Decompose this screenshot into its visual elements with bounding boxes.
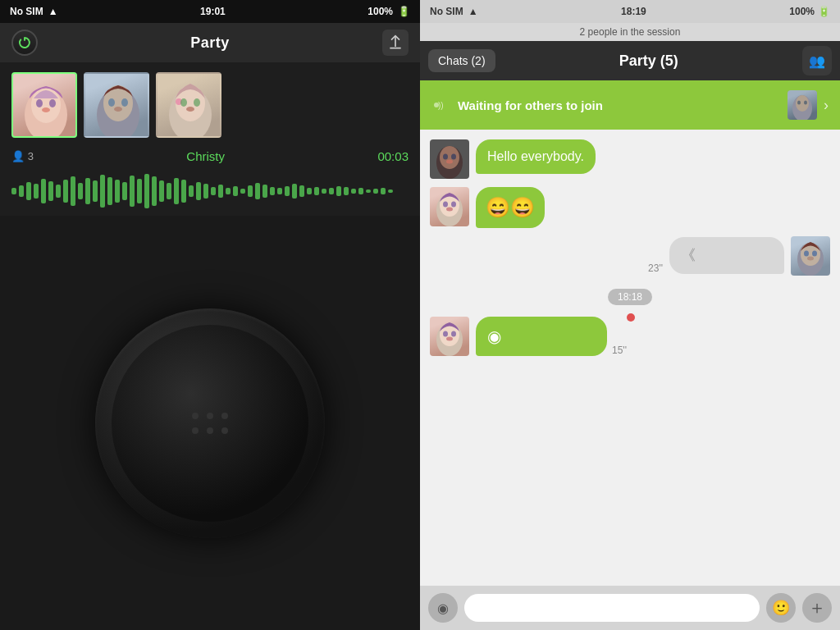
audio-wave-icon: )) xyxy=(431,95,451,115)
emoji-button[interactable]: 🙂 xyxy=(766,593,796,623)
viz-bar xyxy=(85,178,90,204)
svg-point-34 xyxy=(804,250,809,256)
participant-3[interactable] xyxy=(156,72,221,138)
voice-send-icon: ◉ xyxy=(487,325,501,348)
right-wifi-icon: ▲ xyxy=(468,6,478,17)
viz-bar xyxy=(277,188,282,194)
svg-point-15 xyxy=(186,107,194,112)
input-bar: ◉ 🙂 ＋ xyxy=(420,586,840,630)
upload-button[interactable] xyxy=(382,30,409,56)
power-button[interactable] xyxy=(11,30,38,56)
viz-bar xyxy=(329,188,334,194)
viz-bars xyxy=(11,174,409,208)
left-party-title: Party xyxy=(190,34,230,52)
svg-point-13 xyxy=(180,98,187,107)
viz-bar xyxy=(122,182,127,200)
message-3-bubble: 《 xyxy=(669,237,784,274)
message-2: 😄😄 xyxy=(430,187,830,228)
knob-dot xyxy=(221,413,228,419)
left-top-bar: Party xyxy=(0,23,420,62)
timestamp-badge: 18:18 xyxy=(430,289,830,304)
message-2-avatar xyxy=(430,187,469,226)
viz-bar xyxy=(211,187,216,195)
viz-bar xyxy=(196,182,201,200)
message-2-bubble: 😄😄 xyxy=(476,187,545,228)
viz-bar xyxy=(388,189,393,193)
add-button[interactable]: ＋ xyxy=(802,593,832,623)
viz-bar xyxy=(226,188,231,194)
left-carrier: No SIM xyxy=(10,6,43,17)
left-battery-info: 100% 🔋 xyxy=(368,6,410,17)
message-input[interactable] xyxy=(464,594,760,622)
right-party-title: Party (5) xyxy=(502,52,796,70)
svg-point-31 xyxy=(446,208,453,212)
svg-point-40 xyxy=(451,331,456,336)
message-3-avatar xyxy=(791,236,830,276)
viz-bar xyxy=(130,176,135,207)
viz-bar xyxy=(203,184,208,199)
participant-1[interactable] xyxy=(11,72,77,138)
viz-bar xyxy=(336,186,341,196)
participant-3-avatar xyxy=(156,72,221,138)
knob-dot xyxy=(192,413,199,419)
viz-bar xyxy=(248,185,253,197)
viz-bar xyxy=(322,189,326,194)
waiting-text: Waiting for others to join xyxy=(458,98,788,112)
viz-bar xyxy=(292,184,297,199)
viz-bar xyxy=(167,183,171,199)
active-speaker-name: Christy xyxy=(186,149,225,163)
right-status-bar: No SIM ▲ 18:19 100% 🔋 xyxy=(420,0,840,23)
knob-dots xyxy=(192,413,228,434)
people-button[interactable]: 👥 xyxy=(802,46,832,75)
viz-bar xyxy=(100,175,105,208)
message-3: 23'' 《 xyxy=(430,236,830,276)
right-time: 18:19 xyxy=(621,6,646,17)
svg-point-36 xyxy=(807,256,814,260)
recording-indicator xyxy=(627,313,635,322)
viz-bar xyxy=(262,185,267,198)
svg-point-39 xyxy=(443,331,448,336)
session-info: 2 people in the session xyxy=(420,23,840,41)
knob-dot xyxy=(192,427,199,434)
message-1-avatar xyxy=(430,139,469,179)
knob-area xyxy=(0,216,420,630)
viz-bar xyxy=(285,186,290,196)
right-panel: No SIM ▲ 18:19 100% 🔋 2 people in the se… xyxy=(420,0,840,630)
message-3-time: 23'' xyxy=(648,262,663,274)
viz-bar xyxy=(373,189,378,194)
viz-bar xyxy=(174,178,179,204)
left-carrier-info: No SIM ▲ xyxy=(10,6,58,17)
waiting-avatar xyxy=(788,90,817,120)
viz-bar xyxy=(137,179,142,203)
message-4: ◉ 15'' xyxy=(430,317,830,356)
viz-bar xyxy=(41,179,46,203)
svg-point-21 xyxy=(804,101,807,105)
viz-bar xyxy=(78,183,83,199)
svg-point-9 xyxy=(114,107,122,112)
plus-icon: ＋ xyxy=(808,596,826,620)
voice-wave-icon: 《 xyxy=(681,245,696,266)
svg-point-14 xyxy=(194,98,200,107)
svg-point-30 xyxy=(451,202,456,208)
mic-button[interactable]: ◉ xyxy=(428,593,458,623)
participant-2[interactable] xyxy=(84,72,149,138)
left-time: 19:01 xyxy=(200,6,226,17)
viz-bar xyxy=(358,188,363,194)
chats-button[interactable]: Chats (2) xyxy=(428,49,495,72)
call-timer: 00:03 xyxy=(377,149,409,163)
svg-point-20 xyxy=(797,101,801,105)
waiting-banner[interactable]: )) Waiting for others to join › xyxy=(420,80,840,130)
svg-point-41 xyxy=(446,336,453,340)
viz-bar xyxy=(159,180,164,202)
smiley-icon: 🙂 xyxy=(772,599,790,617)
volume-knob[interactable] xyxy=(95,308,325,538)
viz-bar xyxy=(63,180,68,203)
svg-point-35 xyxy=(812,250,817,256)
viz-bar xyxy=(93,180,98,202)
svg-point-29 xyxy=(443,202,448,208)
mic-icon: ◉ xyxy=(437,600,449,616)
left-status-bar: No SIM ▲ 19:01 100% 🔋 xyxy=(0,0,420,23)
svg-point-3 xyxy=(49,99,56,107)
viz-bar xyxy=(366,189,371,193)
svg-point-23 xyxy=(440,146,459,169)
